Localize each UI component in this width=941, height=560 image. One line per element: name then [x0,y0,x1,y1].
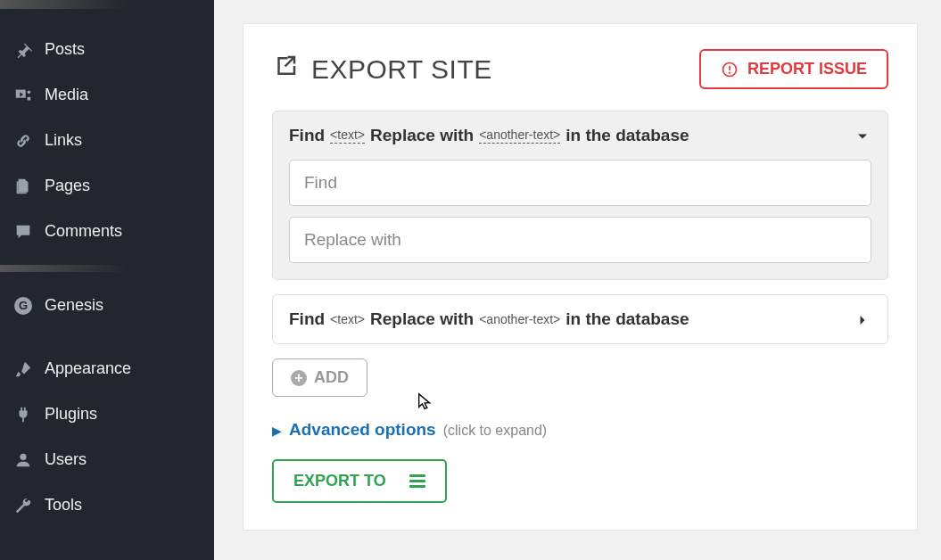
sidebar-item-genesis[interactable]: G Genesis [0,283,214,328]
report-issue-label: REPORT ISSUE [747,60,867,78]
add-button[interactable]: + ADD [272,358,367,397]
pages-icon [12,176,34,197]
svg-point-0 [28,90,31,94]
find-replace-panel-closed[interactable]: Find <text> Replace with <another-text> … [272,294,888,344]
sidebar-item-label: Tools [45,496,82,515]
export-icon [272,53,299,86]
sidebar-item-label: Pages [45,177,90,195]
sidebar-item-comments[interactable]: Comments [0,209,214,254]
admin-sidebar: Posts Media Links Pages Comments G [0,0,214,560]
sidebar-item-plugins[interactable]: Plugins [0,391,214,437]
main-content: EXPORT SITE REPORT ISSUE Find <text> Rep… [214,0,941,560]
add-label: ADD [314,368,349,387]
sidebar-item-posts[interactable]: Posts [0,27,214,72]
comment-icon [12,221,34,243]
link-icon [12,130,34,152]
svg-point-4 [729,71,731,73]
plus-circle-icon: + [291,370,307,386]
replace-input[interactable] [289,217,871,263]
triangle-right-icon: ▶ [272,424,282,438]
export-to-label: EXPORT TO [293,472,386,490]
chevron-down-icon[interactable] [854,128,871,145]
sidebar-item-appearance[interactable]: Appearance [0,346,214,391]
panel-header: Find <text> Replace with <another-text> … [289,309,871,329]
export-to-button[interactable]: EXPORT TO [272,459,447,503]
sidebar-item-label: Comments [45,222,122,241]
find-input[interactable] [289,160,871,206]
wrench-icon [12,495,34,516]
sidebar-item-label: Links [45,131,82,150]
sidebar-item-users[interactable]: Users [0,437,214,482]
media-icon [12,85,34,106]
sidebar-item-label: Genesis [45,296,103,315]
plug-icon [12,404,34,425]
user-icon [12,449,34,471]
sidebar-item-label: Appearance [45,359,131,378]
advanced-options-toggle[interactable]: ▶ Advanced options (click to expand) [272,420,888,440]
brush-icon [12,358,34,380]
genesis-icon: G [12,295,34,317]
panel-header[interactable]: Find <text> Replace with <another-text> … [289,126,871,145]
page-title-text: EXPORT SITE [311,54,492,85]
find-replace-panel-open: Find <text> Replace with <another-text> … [272,111,888,280]
advanced-options-label: Advanced options [289,420,436,440]
advanced-options-hint: (click to expand) [443,423,548,439]
export-card: EXPORT SITE REPORT ISSUE Find <text> Rep… [243,23,918,531]
pin-icon [12,39,34,61]
sidebar-item-label: Users [45,450,87,469]
report-issue-button[interactable]: REPORT ISSUE [699,49,888,89]
sidebar-item-media[interactable]: Media [0,72,214,118]
menu-icon [409,474,425,488]
sidebar-item-label: Posts [45,40,85,59]
sidebar-separator [0,265,214,272]
sidebar-item-pages[interactable]: Pages [0,163,214,209]
sidebar-item-label: Plugins [45,405,97,424]
chevron-right-icon[interactable] [854,311,871,329]
sidebar-item-links[interactable]: Links [0,118,214,163]
alert-icon [721,61,739,78]
svg-point-1 [20,453,26,459]
sidebar-active-highlight [0,0,214,9]
sidebar-item-label: Media [45,86,88,104]
sidebar-item-tools[interactable]: Tools [0,482,214,528]
page-title: EXPORT SITE [272,53,492,86]
